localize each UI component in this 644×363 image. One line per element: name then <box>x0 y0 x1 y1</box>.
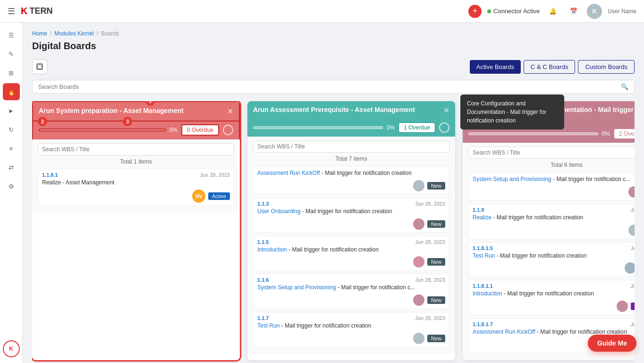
task-date: Jun 28, 2023 <box>415 315 445 321</box>
tab-cc-boards[interactable]: C & C Boards <box>524 60 575 74</box>
main-content: Home / Modules Kernel / Boards Digital B… <box>23 23 644 363</box>
add-button[interactable]: + <box>468 5 482 18</box>
task-title: Realize - Mail trigger for notification … <box>473 214 635 222</box>
sidebar-ktern-logo[interactable]: K <box>3 340 20 357</box>
guide-me-button[interactable]: Guide Me <box>588 335 636 352</box>
task-title: System Setup and Provisioning - Mail tri… <box>473 175 635 183</box>
overdue-badge-1[interactable]: 0 Overdue <box>181 124 219 136</box>
task-item: Assessment Run KickOff - Mail trigger fo… <box>253 166 449 195</box>
avatar-sm <box>628 225 635 236</box>
hamburger-menu[interactable]: ☰ <box>8 6 15 17</box>
avatar[interactable]: K <box>587 4 602 19</box>
tab-custom-boards[interactable]: Custom Boards <box>578 60 635 74</box>
sidebar-item-send[interactable]: ► <box>3 102 20 119</box>
search-input[interactable] <box>38 83 621 90</box>
expand-button[interactable] <box>32 59 47 74</box>
sidebar-item-refresh[interactable]: ↻ <box>3 121 20 138</box>
sidebar-item-fire[interactable]: 🔥 <box>3 83 20 100</box>
toolbar: Active Boards C & C Boards Custom Boards <box>32 59 635 74</box>
total-items-2: Total 7 items <box>253 156 449 162</box>
board-close-2[interactable]: ✕ <box>443 106 449 115</box>
task-wbs: 1.1.8.1 <box>42 172 58 178</box>
task-title: Realize - Asset Management <box>42 179 230 187</box>
sidebar-item-list[interactable]: ≡ <box>3 140 20 157</box>
task-item: 1.1.8.1.5 Jun 28, 2023 Test Run - Mail t… <box>468 242 635 277</box>
board-close-1[interactable]: ✕ <box>227 107 233 116</box>
tab-active-boards[interactable]: Active Boards <box>470 60 521 74</box>
task-wbs: 1.1.6 <box>257 277 269 283</box>
task-date: Jun 28, 2023 <box>415 277 445 283</box>
avatar-nv: NV <box>192 190 205 203</box>
status-badge: New <box>427 296 445 304</box>
calendar-icon[interactable]: 📅 <box>566 4 581 19</box>
annotation-3: 3 <box>123 117 132 126</box>
board-header-1: Arun System preparation - Asset Manageme… <box>32 101 240 121</box>
task-wbs: 1.1.9 <box>473 207 484 213</box>
task-wbs: 1.1.3 <box>257 201 269 207</box>
boards-container: 1 Arun System preparation - Asset Manage… <box>32 101 635 363</box>
task-wbs: 1.1.8.1.1 <box>473 283 493 289</box>
sidebar-item-menu[interactable]: ☰ <box>3 26 20 43</box>
tooltip-text: Core Configuration and Documentation - M… <box>467 100 546 124</box>
annotation-2: 2 <box>38 117 47 126</box>
avatar-sm <box>413 333 424 344</box>
logo-k: K <box>21 6 27 17</box>
progress-bar-2 <box>253 126 383 129</box>
search-wbs-3[interactable] <box>468 147 635 159</box>
circle-check-1 <box>223 125 233 135</box>
app-logo: K TERN <box>21 6 52 17</box>
progress-bar-3 <box>468 132 598 135</box>
notification-bell[interactable]: 🔔 <box>545 4 560 19</box>
task-date: Jun 28, 2023 <box>630 245 635 251</box>
progress-pct-3: 0% <box>602 130 610 137</box>
total-items-1: Total 1 items <box>38 158 234 165</box>
sidebar-item-shuffle[interactable]: ⇄ <box>3 159 20 176</box>
board-title-1: Arun System preparation - Asset Manageme… <box>39 107 223 114</box>
search-icon: 🔍 <box>621 83 628 90</box>
avatar-sm <box>625 262 635 274</box>
board-card-2: Arun Assessment Prerequisite - Asset Man… <box>247 101 455 360</box>
progress-pct-1: 0% <box>169 127 178 133</box>
status-badge: New <box>427 182 445 190</box>
status-badge: New <box>427 220 445 228</box>
task-date: Jun 25, 2023 <box>630 207 635 213</box>
status-badge: New <box>427 258 445 266</box>
task-item: 1.1.9 Jun 25, 2023 Realize - Mail trigge… <box>468 204 635 239</box>
breadcrumb-home[interactable]: Home <box>32 30 47 37</box>
svg-rect-1 <box>38 65 42 69</box>
task-date: Jun 28, 2023 <box>415 201 445 207</box>
breadcrumb-modules[interactable]: Modules Kernel <box>54 30 93 37</box>
status-badge: Approved <box>631 302 635 310</box>
board-title-2: Arun Assessment Prerequisite - Asset Man… <box>253 106 440 113</box>
breadcrumb: Home / Modules Kernel / Boards <box>32 30 635 37</box>
task-date: Jun 28, 2023 <box>630 283 635 289</box>
total-items-3: Total 6 items <box>468 162 635 168</box>
avatar-sm <box>413 256 424 268</box>
connector-status: Connector Active <box>487 8 540 15</box>
sidebar-item-grid[interactable]: ⊞ <box>3 64 20 81</box>
task-wbs: 1.1.7 <box>257 315 269 321</box>
avatar-sm <box>628 186 635 198</box>
task-title: System Setup and Provisioning - Mail tri… <box>257 284 445 292</box>
search-wbs-2[interactable] <box>253 140 449 153</box>
progress-pct-2: 0% <box>387 124 395 131</box>
task-wbs: 1.1.5 <box>257 239 269 245</box>
task-wbs: 1.1.8.1.7 <box>473 321 493 327</box>
overdue-badge-2[interactable]: 1 Overdue <box>398 122 435 133</box>
task-item: 1.1.6 Jun 28, 2023 System Setup and Prov… <box>253 274 449 309</box>
task-title: Introduction - Mail trigger for notifica… <box>473 290 635 298</box>
sidebar-item-edit[interactable]: ✎ <box>3 45 20 62</box>
search-bar: 🔍 <box>32 80 635 94</box>
avatar-sm <box>413 180 424 191</box>
task-title: Test Run - Mail trigger for notification… <box>257 322 445 330</box>
avatar-sm <box>617 301 628 312</box>
progress-row-2: 0% 1 Overdue <box>247 120 455 137</box>
overdue-badge-3[interactable]: 2 Overdue <box>614 129 635 139</box>
task-item: 1.1.3 Jun 28, 2023 User Onboarding - Mai… <box>253 198 449 233</box>
task-title: Introduction - Mail trigger for notifica… <box>257 246 445 254</box>
user-name: User Name <box>608 8 636 15</box>
sidebar-item-gear[interactable]: ⚙ <box>3 178 20 195</box>
connector-label: Connector Active <box>493 8 540 15</box>
search-wbs-1[interactable] <box>38 143 234 156</box>
connector-dot <box>487 9 491 13</box>
